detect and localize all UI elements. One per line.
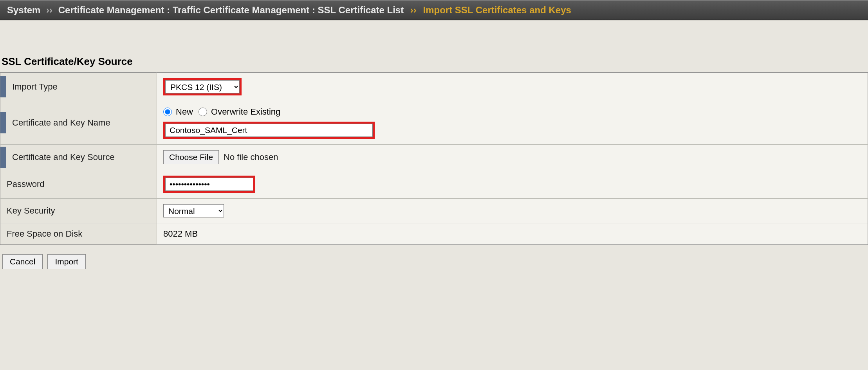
radio-overwrite[interactable] [199,108,207,116]
label-key-security: Key Security [0,199,157,223]
label-import-type: Import Type [6,76,157,97]
password-input[interactable] [165,178,253,191]
form-table: Import Type PKCS 12 (IIS) Certificate an… [0,72,868,245]
radio-new-label: New [176,107,193,117]
cancel-button[interactable]: Cancel [2,254,43,269]
label-cert-key-source: Certificate and Key Source [6,147,157,168]
label-password: Password [0,170,157,199]
label-cert-key-name: Certificate and Key Name [6,112,157,133]
file-chosen-status: No file chosen [224,152,278,162]
rail-indicator [0,76,6,97]
choose-file-button[interactable]: Choose File [163,150,219,164]
import-button[interactable]: Import [47,254,86,269]
breadcrumb-current: Import SSL Certificates and Keys [423,5,571,15]
radio-new[interactable] [163,108,172,116]
breadcrumb-system[interactable]: System [7,5,40,15]
label-free-space: Free Space on Disk [0,223,157,245]
rail-indicator [0,112,6,133]
import-type-select[interactable]: PKCS 12 (IIS) [165,80,240,93]
highlight-cert-name [163,122,375,139]
highlight-password [163,176,255,193]
breadcrumb-cert-list[interactable]: Certificate Management : Traffic Certifi… [58,5,404,15]
free-space-value: 8022 MB [157,223,868,245]
breadcrumb: System ›› Certificate Management : Traff… [0,0,868,20]
key-security-select[interactable]: Normal [163,204,224,217]
rail-indicator [0,147,6,168]
radio-overwrite-label: Overwrite Existing [211,107,280,117]
breadcrumb-sep-1: ›› [46,5,52,15]
highlight-import-type: PKCS 12 (IIS) [163,78,242,95]
breadcrumb-sep-2: ›› [410,5,417,15]
cert-key-name-input[interactable] [165,124,373,137]
section-title: SSL Certificate/Key Source [0,20,868,72]
